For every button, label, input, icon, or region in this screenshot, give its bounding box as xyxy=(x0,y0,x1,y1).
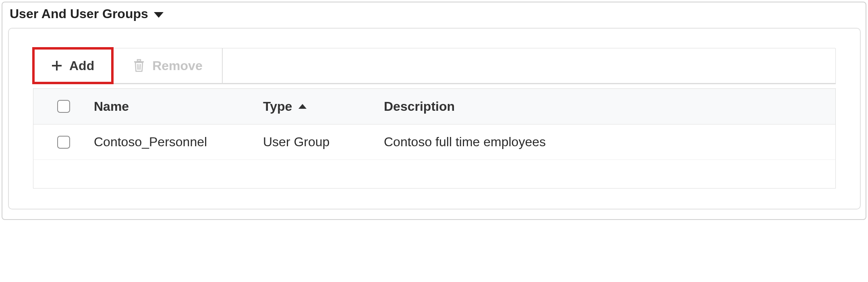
column-header-description[interactable]: Description xyxy=(384,99,835,114)
column-type-label: Type xyxy=(263,99,292,114)
panel-title: User And User Groups xyxy=(10,6,148,21)
remove-button-label: Remove xyxy=(152,58,203,73)
add-button[interactable]: Add xyxy=(32,47,114,84)
row-checkbox-cell xyxy=(33,136,94,149)
column-description-label: Description xyxy=(384,99,455,114)
panel-header[interactable]: User And User Groups xyxy=(7,5,861,28)
caret-down-icon xyxy=(154,12,164,18)
add-button-label: Add xyxy=(69,58,94,73)
column-header-type[interactable]: Type xyxy=(263,99,384,114)
select-all-checkbox[interactable] xyxy=(57,100,70,113)
user-groups-table: Name Type Description Contoso_Personnel … xyxy=(33,88,836,189)
plus-icon xyxy=(52,60,62,71)
row-description: Contoso full time employees xyxy=(384,135,835,149)
svg-rect-1 xyxy=(52,65,62,66)
table-row[interactable]: Contoso_Personnel User Group Contoso ful… xyxy=(33,124,835,160)
trash-icon xyxy=(133,59,145,73)
remove-button: Remove xyxy=(114,48,223,83)
row-checkbox[interactable] xyxy=(57,136,70,149)
column-header-name[interactable]: Name xyxy=(94,99,263,114)
svg-rect-3 xyxy=(137,60,141,61)
sort-asc-icon xyxy=(298,104,307,109)
svg-line-6 xyxy=(140,64,141,70)
row-type: User Group xyxy=(263,135,384,149)
inner-content-panel: Add Remove xyxy=(8,28,861,209)
table-header-row: Name Type Description xyxy=(33,88,835,124)
user-groups-panel: User And User Groups Add xyxy=(2,2,866,220)
svg-line-4 xyxy=(137,64,138,70)
row-name: Contoso_Personnel xyxy=(94,135,263,149)
header-checkbox-cell xyxy=(33,100,94,113)
toolbar: Add Remove xyxy=(33,48,836,84)
column-name-label: Name xyxy=(94,99,129,114)
